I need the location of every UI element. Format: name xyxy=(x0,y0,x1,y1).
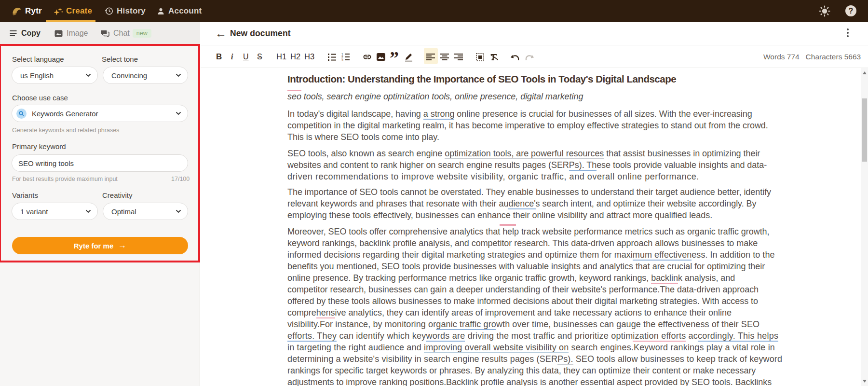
svg-text:3: 3 xyxy=(341,58,343,61)
